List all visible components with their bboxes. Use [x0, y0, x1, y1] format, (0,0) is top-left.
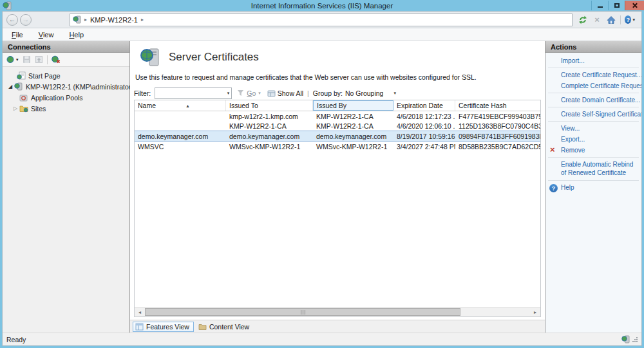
content-view-icon — [198, 323, 207, 331]
up-level-icon — [35, 55, 43, 64]
cell-hash: 09894F8741B3FF6091983D3F9... — [455, 133, 540, 140]
chevron-right-icon[interactable] — [84, 17, 87, 23]
action-help[interactable]: Help — [545, 182, 641, 193]
filter-input[interactable] — [155, 87, 232, 99]
certificates-list: Name Issued To Issued By Expiration Date… — [134, 100, 541, 317]
scroll-right-button[interactable] — [530, 307, 540, 316]
status-text: Ready — [6, 336, 26, 343]
cell-expiration: 3/4/2027 2:47:48 PM — [393, 143, 455, 151]
column-header-name[interactable]: Name — [135, 100, 226, 111]
window-controls — [591, 1, 644, 10]
titlebar[interactable]: Internet Information Services (IIS) Mana… — [0, 0, 644, 11]
cell-issued-by: demo.keymanager.com — [313, 133, 393, 140]
scrollbar-grip — [301, 310, 305, 315]
scrollbar-thumb[interactable] — [145, 308, 460, 316]
separator — [548, 107, 639, 107]
back-button[interactable] — [6, 14, 18, 26]
show-all-icon — [267, 89, 276, 97]
connections-tree: Start Page KMP-W12R2-1 (KMP\administrato… — [3, 67, 129, 114]
menubar: File View Help — [3, 28, 641, 41]
resize-grip[interactable] — [632, 337, 638, 342]
breadcrumb-node[interactable]: KMP-W12R2-1 — [90, 16, 138, 24]
column-header-certificate-hash[interactable]: Certificate Hash — [455, 100, 540, 111]
minimize-button[interactable] — [591, 1, 608, 10]
feature-header: Server Certificates — [130, 41, 545, 68]
forward-button[interactable] — [20, 14, 32, 26]
table-row-selected[interactable]: demo.keymanager.com demo.keymanager.com … — [135, 131, 540, 142]
chevron-down-icon — [227, 91, 230, 96]
maximize-icon — [614, 3, 620, 8]
cell-hash: F477E419EBCF999403B75975D... — [455, 113, 540, 120]
menu-file[interactable]: File — [12, 31, 23, 39]
horizontal-scrollbar[interactable] — [135, 307, 540, 316]
menu-view[interactable]: View — [39, 31, 54, 39]
minimize-icon — [598, 6, 603, 8]
chevron-down-icon — [393, 91, 396, 96]
cell-name: demo.keymanager.com — [135, 133, 226, 140]
table-row[interactable]: KMP-W12R2-1-CA KMP-W12R2-1-CA 4/6/2020 1… — [135, 121, 540, 131]
help-icon — [625, 15, 631, 24]
breadcrumb[interactable]: KMP-W12R2-1 — [70, 14, 573, 26]
create-connection-button[interactable] — [6, 55, 19, 64]
column-header-issued-by[interactable]: Issued By — [313, 100, 393, 111]
tab-features-view[interactable]: Features View — [133, 322, 194, 332]
maximize-button[interactable] — [608, 1, 625, 10]
filter-funnel-icon — [237, 89, 244, 96]
chevron-down-icon — [632, 17, 635, 23]
tree-item-label: Sites — [31, 105, 46, 113]
tree-item-sites[interactable]: Sites — [3, 103, 129, 114]
tree-expanded-icon[interactable] — [6, 84, 14, 89]
save-connection-icon — [23, 55, 31, 64]
tree-item-start-page[interactable]: Start Page — [3, 70, 129, 81]
action-create-domain-certificate[interactable]: Create Domain Certificate... — [545, 95, 641, 105]
action-export[interactable]: Export... — [545, 134, 641, 145]
page-title: Server Certificates — [169, 51, 259, 64]
list-empty-area — [135, 151, 540, 307]
menu-help[interactable]: Help — [69, 31, 84, 39]
chevron-right-icon[interactable] — [141, 17, 144, 23]
action-import[interactable]: Import... — [545, 55, 641, 66]
delete-connection-button[interactable] — [52, 55, 61, 64]
app-body: KMP-W12R2-1 File View Help — [2, 11, 642, 346]
action-remove[interactable]: Remove — [545, 145, 641, 156]
help-button[interactable] — [625, 15, 635, 24]
action-create-self-signed-certificate[interactable]: Create Self-Signed Certificate... — [545, 109, 641, 120]
server-icon — [621, 335, 630, 343]
refresh-icon[interactable] — [578, 15, 588, 24]
scrollbar-track[interactable] — [145, 307, 530, 316]
server-icon — [14, 82, 23, 91]
column-header-issued-to[interactable]: Issued To — [226, 100, 313, 111]
group-by-label: Group by: — [313, 89, 343, 97]
cell-issued-to: kmp-w12r2-1.kmp.com — [226, 113, 313, 120]
separator — [548, 93, 639, 93]
action-complete-certificate-request[interactable]: Complete Certificate Request... — [545, 80, 641, 91]
window-title: Internet Information Services (IIS) Mana… — [0, 2, 644, 10]
show-all-button[interactable]: Show All — [278, 89, 303, 97]
action-enable-automatic-rebind[interactable]: Enable Automatic Rebind of Renewed Certi… — [545, 159, 641, 179]
connections-panel: Connections — [3, 41, 130, 333]
scroll-left-button[interactable] — [135, 307, 145, 316]
start-page-icon — [17, 71, 26, 80]
close-button[interactable] — [625, 1, 644, 10]
chevron-down-icon[interactable] — [258, 91, 261, 96]
cell-expiration: 4/6/2018 12:17:23 ... — [393, 113, 455, 120]
column-header-expiration-date[interactable]: Expiration Date — [393, 100, 455, 111]
toolbar-separator: | — [307, 89, 309, 97]
iis-manager-window: Internet Information Services (IIS) Mana… — [0, 0, 644, 348]
separator — [548, 121, 639, 122]
group-by-select[interactable]: No Grouping — [345, 89, 396, 97]
address-bar-actions — [578, 15, 638, 24]
tree-item-server[interactable]: KMP-W12R2-1 (KMP\administrator) — [3, 81, 129, 92]
connections-header: Connections — [3, 41, 129, 53]
filter-go-button[interactable]: Go — [247, 89, 256, 97]
tree-item-application-pools[interactable]: Application Pools — [3, 92, 129, 103]
actions-panel: Actions Import... Create Certificate Req… — [545, 41, 641, 333]
action-create-certificate-request[interactable]: Create Certificate Request... — [545, 69, 641, 80]
action-view[interactable]: View... — [545, 123, 641, 134]
tree-collapsed-icon[interactable] — [12, 105, 19, 111]
home-icon[interactable] — [606, 15, 616, 24]
table-row[interactable]: WMSVC WMSvc-KMP-W12R2-1 WMSvc-KMP-W12R2-… — [135, 142, 540, 151]
application-pools-icon — [19, 93, 28, 102]
table-row[interactable]: kmp-w12r2-1.kmp.com KMP-W12R2-1-CA 4/6/2… — [135, 111, 540, 121]
tab-content-view[interactable]: Content View — [196, 322, 253, 331]
